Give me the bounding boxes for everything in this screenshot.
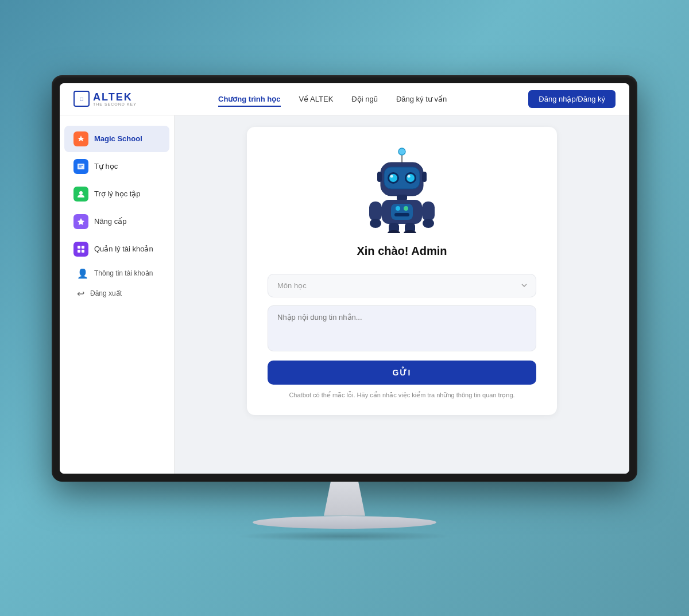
monitor-base: [253, 516, 436, 529]
chat-card: Xin chào! Admin Môn học Toán Lý Hóa Văn …: [247, 127, 557, 415]
svg-rect-20: [397, 195, 407, 200]
nang-cap-icon: [73, 214, 88, 229]
svg-point-16: [390, 175, 393, 177]
sidebar-label-dang-xuat: Đăng xuất: [90, 289, 122, 297]
auth-button[interactable]: Đăng nhập/Đăng ký: [528, 90, 616, 108]
monitor-wrapper: □ ALTEK THE SECOND KEY Chương trình học …: [52, 75, 637, 541]
disclaimer-text: Chatbot có thể mắc lỗi. Hãy cẩn nhắc việ…: [289, 392, 514, 399]
logo-subtitle: THE SECOND KEY: [93, 102, 137, 106]
greeting-text: Xin chào! Admin: [357, 245, 447, 258]
nav-item-chuong-trinh-hoc[interactable]: Chương trình học: [218, 94, 281, 104]
svg-point-24: [404, 206, 408, 211]
sidebar-label-tro-ly: Trợ lý học tập: [94, 189, 141, 198]
svg-point-23: [396, 206, 400, 211]
nav-item-dang-ky-tu-van[interactable]: Đăng ký tư vấn: [396, 94, 447, 104]
sidebar-label-thong-tin: Thông tin tài khoản: [94, 269, 153, 277]
message-input[interactable]: [268, 305, 536, 351]
monitor-screen: □ ALTEK THE SECOND KEY Chương trình học …: [60, 83, 629, 474]
svg-rect-6: [78, 250, 80, 253]
nav-item-doi-ngu[interactable]: Đội ngũ: [351, 94, 378, 104]
monitor-shadow: [235, 531, 454, 541]
sidebar-label-magic-school: Magic School: [94, 134, 142, 143]
nav-link-doi-ngu[interactable]: Đội ngũ: [351, 95, 378, 103]
sidebar-label-nang-cap: Nâng cấp: [94, 217, 126, 226]
logout-icon: ↩: [77, 288, 84, 299]
svg-rect-22: [391, 204, 413, 220]
magic-school-icon: [73, 131, 88, 146]
svg-point-28: [370, 219, 381, 228]
svg-rect-25: [394, 213, 409, 216]
svg-point-17: [408, 175, 411, 177]
sidebar-item-quan-ly-tai-khoan[interactable]: Quản lý tài khoản: [64, 236, 169, 262]
svg-rect-1: [79, 165, 83, 166]
content-area: Xin chào! Admin Môn học Toán Lý Hóa Văn …: [175, 115, 629, 474]
sidebar-item-magic-school[interactable]: Magic School: [64, 126, 169, 152]
sidebar-sub-item-dang-xuat[interactable]: ↩ Đăng xuất: [60, 284, 174, 304]
svg-rect-19: [422, 172, 427, 182]
svg-rect-26: [369, 202, 382, 221]
logo-text: ALTEK: [93, 91, 137, 103]
navbar: □ ALTEK THE SECOND KEY Chương trình học …: [60, 83, 629, 115]
tro-ly-icon: [73, 187, 88, 202]
sidebar: Magic School Tự học: [60, 115, 175, 474]
sidebar-label-tu-hoc: Tự học: [94, 162, 118, 171]
sidebar-sub-item-thong-tin[interactable]: 👤 Thông tin tài khoản: [60, 264, 174, 284]
logo-box: □: [73, 91, 90, 107]
nav-link-chuong-trinh-hoc[interactable]: Chương trình học: [218, 95, 281, 107]
svg-point-29: [423, 219, 434, 228]
monitor-border: □ ALTEK THE SECOND KEY Chương trình học …: [52, 75, 637, 482]
svg-point-15: [407, 174, 415, 182]
quan-ly-icon: [73, 242, 88, 257]
send-button[interactable]: GỬI: [268, 361, 536, 385]
monitor-neck: [310, 482, 379, 516]
svg-point-3: [79, 191, 83, 195]
svg-rect-2: [79, 166, 82, 168]
logo: □ ALTEK THE SECOND KEY: [73, 91, 137, 107]
svg-rect-4: [78, 246, 80, 249]
sidebar-item-tu-hoc[interactable]: Tự học: [64, 153, 169, 180]
svg-point-14: [389, 174, 397, 182]
tu-hoc-icon: [73, 159, 88, 174]
logo-text-block: ALTEK THE SECOND KEY: [93, 91, 137, 106]
user-circle-icon: 👤: [77, 268, 88, 279]
nav-menu: Chương trình học Về ALTEK Đội ngũ Đăng k…: [218, 94, 447, 104]
svg-rect-27: [422, 202, 435, 221]
subject-dropdown[interactable]: Môn học Toán Lý Hóa Văn Anh: [268, 274, 536, 297]
svg-rect-18: [377, 172, 382, 182]
sidebar-item-tro-ly-hoc-tap[interactable]: Trợ lý học tập: [64, 181, 169, 207]
nav-link-ve-altek[interactable]: Về ALTEK: [299, 95, 334, 103]
robot-illustration: [365, 144, 439, 235]
svg-point-9: [398, 148, 405, 155]
svg-rect-7: [82, 250, 84, 253]
svg-rect-5: [82, 246, 84, 249]
nav-item-ve-altek[interactable]: Về ALTEK: [299, 94, 334, 104]
sidebar-label-quan-ly: Quản lý tài khoản: [94, 245, 153, 253]
sidebar-item-nang-cap[interactable]: Nâng cấp: [64, 208, 169, 235]
nav-link-dang-ky-tu-van[interactable]: Đăng ký tư vấn: [396, 95, 447, 103]
main-content: Magic School Tự học: [60, 115, 629, 474]
